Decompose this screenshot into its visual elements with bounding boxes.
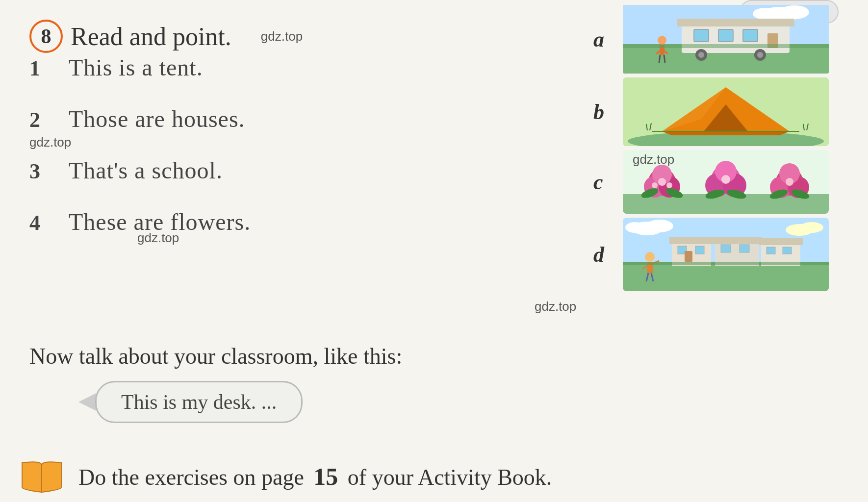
now-talk-text: Now talk about your classroom, like this… <box>29 343 451 369</box>
sentence-text-3: That's a school. <box>69 157 223 184</box>
image-b <box>623 77 829 146</box>
sentence-item-2: 2 Those are houses. <box>29 105 432 132</box>
sentence-num-4: 4 <box>29 210 59 235</box>
watermark-5: gdz.top <box>535 299 576 314</box>
speech-bubble-text: This is my desk. ... <box>121 391 277 413</box>
svg-point-2 <box>780 5 809 19</box>
activity-page-number: 15 <box>313 463 338 490</box>
svg-point-15 <box>658 36 666 45</box>
svg-rect-85 <box>623 262 829 265</box>
svg-point-79 <box>645 252 655 262</box>
image-row-c: c <box>593 150 848 214</box>
svg-rect-64 <box>623 262 829 291</box>
svg-point-55 <box>786 178 793 186</box>
sentence-item-4: 4 These are flowers. <box>29 208 432 235</box>
now-talk-section: Now talk about your classroom, like this… <box>29 343 451 423</box>
svg-rect-8 <box>718 29 733 42</box>
sentence-num-1: 1 <box>29 56 59 81</box>
book-icon <box>20 458 64 495</box>
watermark-2: gdz.top <box>29 135 71 150</box>
image-a <box>623 5 829 74</box>
svg-rect-76 <box>759 238 803 245</box>
sentence-item-3: 3 That's a school. <box>29 157 432 184</box>
sentence-text-1: This is a tent. <box>69 54 203 81</box>
svg-rect-72 <box>713 237 762 244</box>
activity-prefix: Do the exercises on page <box>78 465 304 490</box>
svg-rect-69 <box>685 251 692 262</box>
svg-rect-77 <box>766 247 775 254</box>
svg-rect-78 <box>783 247 791 254</box>
exercise-number: 8 <box>29 20 63 53</box>
svg-point-39 <box>658 178 666 186</box>
activity-book-section: Do the exercises on page 15 of your Acti… <box>20 458 843 495</box>
image-row-d: d <box>593 218 848 291</box>
svg-rect-66 <box>669 237 714 244</box>
activity-suffix: of your Activity Book. <box>348 465 552 490</box>
svg-point-41 <box>666 182 672 188</box>
image-label-a: a <box>593 27 618 52</box>
image-d <box>623 218 829 291</box>
svg-marker-25 <box>662 131 790 135</box>
speech-bubble: This is my desk. ... <box>95 381 303 423</box>
svg-rect-73 <box>721 245 731 252</box>
watermark-3: gdz.top <box>137 230 179 246</box>
svg-rect-68 <box>695 246 704 254</box>
sentence-num-2: 2 <box>29 107 59 132</box>
svg-point-63 <box>800 222 823 233</box>
speech-bubble-container: This is my desk. ... <box>78 381 451 423</box>
svg-rect-7 <box>694 29 709 42</box>
image-label-d: d <box>593 242 618 267</box>
activity-book-text: Do the exercises on page 15 of your Acti… <box>78 462 552 491</box>
watermark-1: gdz.top <box>261 29 303 44</box>
sentences-area: gdz.top 1 This is a tent. 2 Those are ho… <box>29 54 432 260</box>
svg-line-20 <box>664 55 665 63</box>
watermark-4: gdz.top <box>633 152 674 167</box>
sentence-item-1: 1 This is a tent. <box>29 54 432 81</box>
image-row-a: a <box>593 5 848 74</box>
sentence-num-3: 3 <box>29 159 59 184</box>
svg-rect-6 <box>677 19 794 26</box>
svg-point-40 <box>652 182 658 188</box>
svg-point-60 <box>646 220 673 232</box>
svg-rect-9 <box>743 29 758 42</box>
svg-point-12 <box>698 52 704 58</box>
svg-point-61 <box>625 222 645 233</box>
speech-arrow <box>78 393 96 411</box>
svg-line-19 <box>659 55 660 63</box>
image-row-b: b <box>593 77 848 146</box>
exercise-title: Read and point. <box>71 22 231 51</box>
images-area: a <box>593 5 848 291</box>
svg-point-48 <box>721 175 730 184</box>
page: ...ly re-used. 8 Read and point. gdz.top… <box>0 0 868 502</box>
svg-point-14 <box>757 52 763 58</box>
sentence-text-2: Those are houses. <box>69 105 245 132</box>
image-label-b: b <box>593 100 618 125</box>
svg-rect-21 <box>623 44 829 48</box>
image-label-c: c <box>593 170 618 195</box>
svg-rect-74 <box>740 245 749 252</box>
svg-point-3 <box>753 8 777 20</box>
